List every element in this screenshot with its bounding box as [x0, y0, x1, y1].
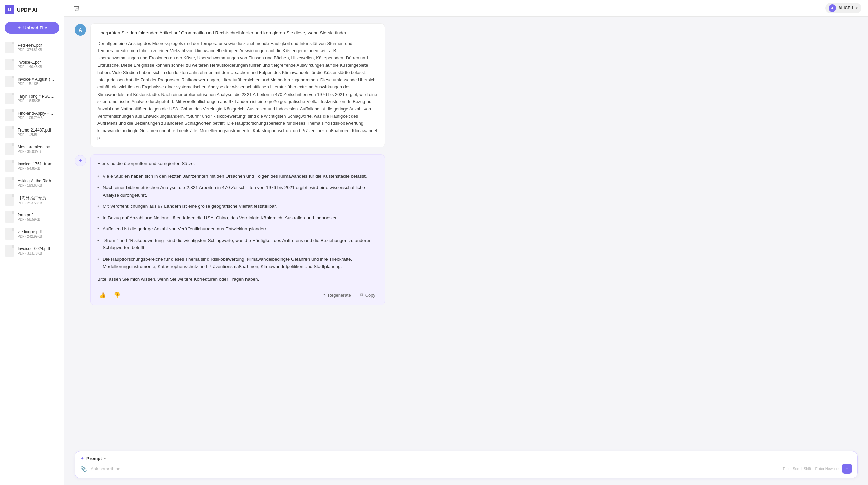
file-list-item[interactable]: form.pdf PDF · 58.59KB	[0, 208, 64, 225]
file-name: Invoice # August (…	[18, 77, 59, 82]
file-info: Taryn Tong # PSU… PDF · 16.58KB	[18, 94, 59, 103]
ai-avatar-circle: ✦	[75, 155, 86, 166]
prompt-label: Prompt	[86, 456, 102, 461]
topbar: A ALICE 1 ▾	[64, 0, 868, 17]
ai-bullet-item: Auffallend ist die geringe Anzahl von Ve…	[97, 223, 378, 235]
ai-message-row: ✦ Hier sind die überprüften und korrigie…	[75, 154, 858, 305]
file-name: invoice-1.pdf	[18, 60, 59, 65]
ai-message-bubble: Hier sind die überprüften und korrigiert…	[90, 154, 385, 305]
ai-message-header: Hier sind die überprüften und korrigiert…	[97, 160, 378, 167]
file-name: Mes_premiers_pa…	[18, 145, 59, 149]
file-name: Find-and-Apply-F…	[18, 111, 59, 116]
file-list-item[interactable]: viedingue.pdf PDF · 242.99KB	[0, 225, 64, 242]
ai-bullet-item: Die Hauptforschungsbereiche für dieses T…	[97, 254, 378, 272]
thumbs-down-button[interactable]: 👎	[112, 290, 122, 300]
file-list-item[interactable]: Taryn Tong # PSU… PDF · 16.58KB	[0, 90, 64, 107]
upload-file-button[interactable]: ＋ Upload File	[5, 22, 59, 34]
upload-plus-icon: ＋	[17, 25, 21, 31]
file-info: viedingue.pdf PDF · 242.99KB	[18, 229, 59, 238]
file-icon	[5, 93, 14, 104]
file-name: Taryn Tong # PSU…	[18, 94, 59, 99]
file-icon	[5, 126, 14, 138]
sidebar-header: U UPDF AI	[0, 0, 64, 18]
prompt-input-row: 📎 Enter Send; Shift + Enter Newline ↑	[80, 464, 852, 474]
file-list-item[interactable]: Find-and-Apply-F… PDF · 105.79MB	[0, 107, 64, 124]
file-size: PDF · 140.45KB	[18, 65, 59, 69]
file-name: viedingue.pdf	[18, 229, 59, 234]
file-size: PDF · 1.2MB	[18, 133, 59, 137]
ai-footer-actions: ↺ Regenerate ⧉ Copy	[320, 291, 378, 299]
sidebar: U UPDF AI ＋ Upload File Pets-New.pdf PDF…	[0, 0, 64, 485]
file-size: PDF · 193.68KB	[18, 184, 59, 187]
thumbs-up-button[interactable]: 👍	[97, 290, 108, 300]
file-list-item[interactable]: 【海外推广专员… PDF · 293.58KB	[0, 191, 64, 208]
logo-icon: U	[5, 5, 14, 14]
ai-bullet-item: Nach einer bibliometrischen Analyse, die…	[97, 182, 378, 201]
file-icon	[5, 76, 14, 87]
file-info: Find-and-Apply-F… PDF · 105.79MB	[18, 111, 59, 120]
file-list-item[interactable]: Mes_premiers_pa… PDF · 35.03MB	[0, 141, 64, 158]
prompt-header[interactable]: ✦ Prompt ▾	[80, 456, 852, 461]
user-message-bubble: Überprüfen Sie den folgenden Artikel auf…	[90, 23, 385, 147]
file-list-item[interactable]: Invoice - 0024.pdf PDF · 333.78KB	[0, 242, 64, 259]
sparkle-icon: ✦	[80, 456, 84, 461]
user-badge[interactable]: A ALICE 1 ▾	[825, 3, 861, 13]
regenerate-button[interactable]: ↺ Regenerate	[320, 291, 354, 299]
file-size: PDF · 242.99KB	[18, 235, 59, 238]
file-icon	[5, 109, 14, 121]
file-info: Pets-New.pdf PDF · 374.81KB	[18, 43, 59, 52]
file-icon	[5, 42, 14, 53]
file-size: PDF · 293.58KB	[18, 201, 59, 205]
prompt-hint: Enter Send; Shift + Enter Newline	[783, 467, 839, 471]
file-name: Asking AI the Righ…	[18, 179, 59, 183]
file-list-item[interactable]: Invoice # August (… PDF · 15.1KB	[0, 73, 64, 90]
file-info: 【海外推广专员… PDF · 293.58KB	[18, 195, 59, 205]
user-name: ALICE 1	[838, 6, 854, 11]
file-list-item[interactable]: invoice-1.pdf PDF · 140.45KB	[0, 56, 64, 73]
topbar-left	[71, 3, 82, 14]
file-icon	[5, 160, 14, 172]
file-info: form.pdf PDF · 58.59KB	[18, 213, 59, 221]
file-name: 【海外推广专员…	[18, 195, 59, 201]
ai-footer: 👍 👎 ↺ Regenerate ⧉ Copy	[97, 287, 378, 300]
ai-bullet-item: In Bezug auf Anzahl und Nationalitäten f…	[97, 212, 378, 224]
ai-closing-text: Bitte lassen Sie mich wissen, wenn Sie w…	[97, 276, 378, 283]
user-message-body: Der allgemeine Anstieg des Meeresspiegel…	[97, 40, 378, 142]
main-content: A ALICE 1 ▾ A Überprüfen Sie den folgend…	[64, 0, 868, 485]
user-avatar: A	[829, 4, 836, 12]
delete-button[interactable]	[71, 3, 82, 14]
file-info: Invoice # August (… PDF · 15.1KB	[18, 77, 59, 86]
send-icon: ↑	[846, 466, 848, 471]
file-size: PDF · 15.1KB	[18, 82, 59, 86]
regenerate-icon: ↺	[322, 292, 326, 298]
file-icon	[5, 228, 14, 240]
file-info: Mes_premiers_pa… PDF · 35.03MB	[18, 145, 59, 154]
prompt-chevron-icon: ▾	[104, 456, 106, 461]
file-info: Asking AI the Righ… PDF · 193.68KB	[18, 179, 59, 187]
file-size: PDF · 374.81KB	[18, 48, 59, 52]
file-size: PDF · 105.79MB	[18, 116, 59, 120]
file-icon	[5, 59, 14, 70]
file-icon	[5, 143, 14, 155]
file-icon	[5, 245, 14, 257]
prompt-input[interactable]	[91, 466, 780, 471]
attachment-icon[interactable]: 📎	[80, 466, 87, 472]
file-size: PDF · 16.58KB	[18, 99, 59, 103]
file-size: PDF · 58.59KB	[18, 218, 59, 221]
file-size: PDF · 35.03MB	[18, 150, 59, 154]
copy-button[interactable]: ⧉ Copy	[358, 291, 378, 299]
file-name: Invoice_1751_from…	[18, 162, 59, 166]
file-info: Invoice - 0024.pdf PDF · 333.78KB	[18, 246, 59, 255]
send-button[interactable]: ↑	[842, 464, 852, 474]
file-size: PDF · 333.78KB	[18, 251, 59, 255]
user-avatar-circle: A	[75, 24, 86, 36]
file-list-item[interactable]: Invoice_1751_from… PDF · 54.85KB	[0, 158, 64, 175]
file-list-item[interactable]: Asking AI the Righ… PDF · 193.68KB	[0, 175, 64, 191]
file-info: Invoice_1751_from… PDF · 54.85KB	[18, 162, 59, 170]
user-message-row: A Überprüfen Sie den folgenden Artikel a…	[75, 23, 858, 147]
file-list-item[interactable]: Frame 214487.pdf PDF · 1.2MB	[0, 124, 64, 141]
ai-footer-feedback: 👍 👎	[97, 290, 122, 300]
file-name: Invoice - 0024.pdf	[18, 246, 59, 251]
file-size: PDF · 54.85KB	[18, 167, 59, 170]
file-list-item[interactable]: Pets-New.pdf PDF · 374.81KB	[0, 39, 64, 56]
